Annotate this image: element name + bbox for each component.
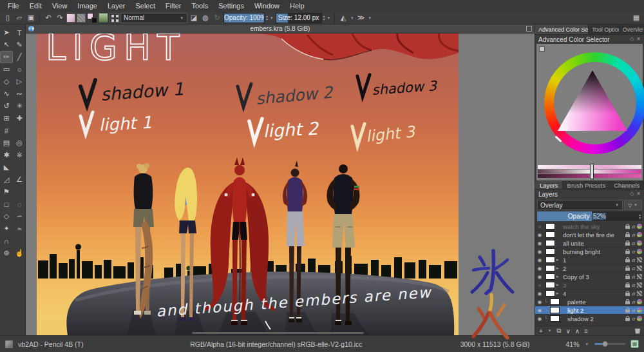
alpha-lock-icon[interactable]: α [632,308,635,313]
edit-shapes-tool[interactable]: ↖ [0,39,13,51]
layer-row[interactable]: ◉ don't let the fire die α [535,231,644,239]
layer-visibility-icon[interactable]: ◉ [536,232,543,238]
zoom-value[interactable]: 41% [565,340,579,348]
inherit-alpha-icon[interactable] [637,274,642,279]
layer-name[interactable]: 1 [563,257,624,264]
layer-blend-mode-dropdown[interactable]: Overlay ▾ [537,200,623,210]
brush-size-slider[interactable]: Size: 12.00 px [276,13,322,23]
measure-tool[interactable]: ∠ [13,173,26,186]
alpha-lock-icon[interactable]: α [632,291,635,297]
zoom-tool[interactable]: ⊕ [0,247,13,259]
layer-name[interactable]: light 2 [567,307,624,314]
multibrush-tool[interactable]: ✳ [13,100,26,112]
layer-lock-icon[interactable] [625,234,630,237]
wraparound-mode-icon[interactable]: ≫ [356,13,366,23]
shade-selector-handle[interactable] [590,164,594,179]
gradient-tool[interactable]: ▤ [0,137,13,149]
layer-lock-icon[interactable] [625,259,630,262]
color-sampler-tool[interactable]: ◎ [13,137,26,149]
artwork-canvas[interactable]: LIGHT shadow 1 shadow 2 shadow 3 light 1… [37,34,459,335]
close-docker-icon[interactable]: ✕ [636,37,641,42]
layer-visibility-icon[interactable]: ◉ [536,257,543,263]
freehand-path-tool[interactable]: ∾ [13,88,26,100]
layer-row[interactable]: ◉ ▸ 1 α [535,256,644,264]
layer-row[interactable]: ◉ └ shadow 2 α [535,315,644,323]
menu-edit[interactable]: Edit [24,1,47,11]
bezier-select-tool[interactable]: ≈ [13,222,26,235]
menu-view[interactable]: View [47,1,73,11]
menu-settings[interactable]: Settings [213,1,249,11]
calligraphy-tool[interactable]: ✎ [13,39,26,51]
freehand-select-tool[interactable]: ∽ [13,210,26,222]
layer-name[interactable]: burning bright [563,248,624,255]
reload-preset-icon[interactable]: ↻ [212,13,222,23]
inherit-alpha-icon[interactable] [637,240,642,246]
alpha-lock-icon[interactable]: α [632,316,635,322]
colorize-mask-tool[interactable]: ✱ [0,149,13,161]
inherit-alpha-icon[interactable] [637,257,642,262]
freehand-brush-tool[interactable]: ✏ [0,51,13,63]
layer-properties-button[interactable]: ≡ [584,328,588,335]
layer-lock-icon[interactable] [625,242,630,246]
gradient-swatch[interactable] [66,14,75,23]
chevron-down-icon[interactable]: ▾ [269,15,274,21]
menu-select[interactable]: Select [130,1,160,11]
ellipse-select-tool[interactable]: ◌ [13,198,26,210]
layer-row[interactable]: ◉ ▸ 4 α [535,289,644,298]
add-layer-chevron[interactable]: ▾ [547,328,553,333]
zoom-slider[interactable] [594,343,625,345]
add-layer-button[interactable]: + [539,328,543,335]
layer-visibility-icon[interactable]: ○ [536,224,543,230]
layer-visibility-icon[interactable]: ◉ [536,316,543,322]
layer-lock-icon[interactable] [625,318,630,321]
transform-tool[interactable]: ⊞ [0,112,13,124]
layer-lock-icon[interactable] [625,226,630,229]
alpha-lock-icon[interactable]: α [632,232,635,238]
layer-lock-icon[interactable] [625,284,630,288]
canvas-horizontal-scrollbar[interactable] [192,332,364,334]
ellipse-tool[interactable]: ○ [13,63,26,75]
undo-icon[interactable]: ↶ [43,13,53,23]
float-docker-icon[interactable]: ◇ [630,37,634,42]
tab-advanced-color-selector[interactable]: Advanced Color Select... [535,24,589,34]
canvas-only-mode-icon[interactable]: ▦ [630,340,639,348]
layer-lock-icon[interactable] [625,309,630,313]
polygon-select-tool[interactable]: ◇ [0,210,13,222]
open-document-icon[interactable]: ▱ [14,13,24,23]
new-document-icon[interactable]: ▯ [3,13,13,23]
menu-tools[interactable]: Tools [187,1,214,11]
close-docker-icon[interactable]: ✕ [636,191,641,197]
shade-selector[interactable] [538,165,641,179]
similar-select-tool[interactable]: ✦ [0,222,13,235]
alpha-lock-icon[interactable]: α [632,274,635,280]
inherit-alpha-icon[interactable] [637,291,642,296]
zoom-slider-handle[interactable] [602,341,608,347]
move-layer-down-button[interactable]: ∨ [566,328,571,335]
line-tool[interactable]: ╱ [13,51,26,63]
alpha-lock-icon[interactable]: α [632,299,635,305]
layer-opacity-slider[interactable]: Opacity 52% ▴▾ [537,211,642,221]
inherit-alpha-icon[interactable] [637,299,642,304]
layer-thumbnail[interactable] [550,307,560,313]
layer-name[interactable]: shadow 2 [567,315,624,322]
layer-lock-icon[interactable] [625,276,630,279]
layer-thumbnail[interactable] [545,248,555,255]
layer-visibility-icon[interactable]: ◉ [536,308,543,313]
size-spinner[interactable]: ▴▾ [323,15,325,21]
move-tool[interactable]: ✚ [13,112,26,124]
layer-row[interactable]: ○ ▸ 3 α [535,281,644,289]
inherit-alpha-icon[interactable] [637,249,642,254]
zoom-chevron-icon[interactable]: ▾ [584,342,589,347]
layer-visibility-icon[interactable]: ◉ [536,299,543,305]
layer-name[interactable]: watch the sky [563,223,624,230]
background-color[interactable] [91,17,97,23]
layer-row[interactable]: ◉ ▸ Copy of 3 α [535,273,644,281]
chevron-down-icon[interactable]: ▾ [350,15,355,21]
layer-row[interactable]: ◉ ▸ 2 α [535,264,644,273]
polyline-tool[interactable]: ▷ [13,75,26,88]
layer-name[interactable]: 2 [563,265,624,272]
tab-overview[interactable]: Overview [620,24,644,34]
mirror-view-icon[interactable]: ◭ [338,13,348,23]
window-restore-icon[interactable] [526,26,532,32]
layer-name[interactable]: Copy of 3 [563,273,624,280]
